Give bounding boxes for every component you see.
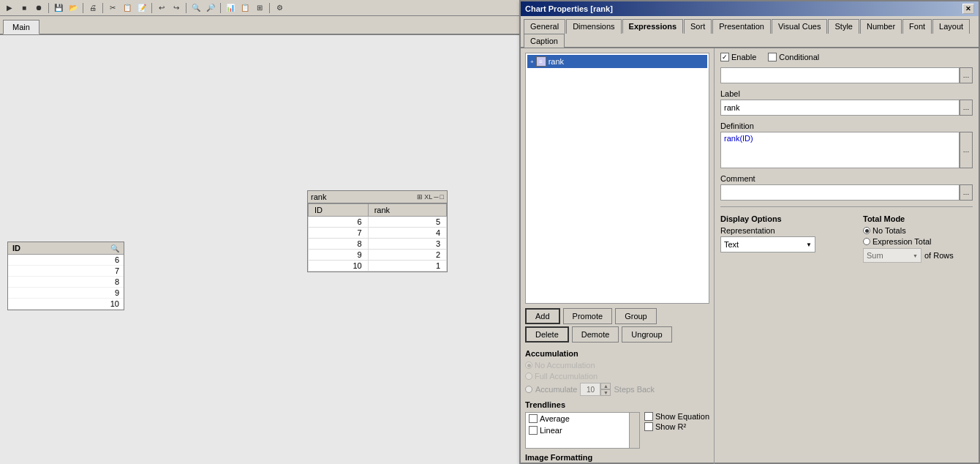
col-header-id: ID: [309, 204, 369, 217]
toolbar-btn-2[interactable]: ■: [18, 1, 31, 15]
expression-list-box: + ≡ rank: [525, 53, 709, 304]
comment-ellipsis-btn[interactable]: …: [960, 184, 973, 201]
rank-table-titlebar: rank ⊞ XL ─ □: [308, 191, 447, 203]
toolbar-sep-7: [269, 3, 270, 13]
steps-up-btn[interactable]: ▲: [600, 383, 611, 389]
tab-dimensions[interactable]: Dimensions: [566, 19, 621, 34]
dialog-close-button[interactable]: ✕: [962, 4, 974, 14]
representation-label: Representation: [720, 226, 857, 235]
toolbar-btn-redo[interactable]: ↪: [170, 1, 183, 15]
add-button[interactable]: Add: [525, 308, 560, 324]
dialog-titlebar: Chart Properties [rank] ✕: [521, 1, 979, 16]
no-totals-radio-label[interactable]: No Totals: [863, 226, 973, 235]
conditional-checkbox[interactable]: [768, 53, 777, 61]
enable-checkbox-label[interactable]: Enable: [720, 53, 756, 61]
id-list-search-icon[interactable]: 🔍: [110, 244, 119, 252]
sum-dropdown-arrow: ▼: [913, 253, 918, 258]
full-accumulation-radio[interactable]: [525, 373, 532, 380]
toolbar-btn-zoomout[interactable]: 🔎: [204, 1, 217, 15]
tab-general[interactable]: General: [524, 19, 565, 34]
toolbar-btn-5[interactable]: 📂: [67, 1, 80, 15]
two-col-section: Display Options Representation Text ▼ To…: [720, 212, 973, 266]
no-totals-radio[interactable]: [863, 227, 870, 234]
conditional-input[interactable]: [720, 67, 960, 83]
enable-checkbox[interactable]: [720, 53, 729, 61]
sum-select[interactable]: Sum ▼: [863, 248, 921, 263]
rank-table-close[interactable]: □: [440, 193, 444, 201]
full-accumulation-radio-label[interactable]: Full Accumulation: [525, 372, 709, 381]
toolbar-btn-settings[interactable]: ⚙: [273, 1, 286, 15]
steps-down-btn[interactable]: ▼: [600, 389, 611, 396]
toolbar-btn-zoomin[interactable]: 🔍: [189, 1, 203, 15]
toolbar-btn-grid[interactable]: ⊞: [253, 1, 266, 15]
toolbar-btn-table[interactable]: 📋: [238, 1, 252, 15]
list-item[interactable]: 7: [8, 266, 124, 277]
toolbar-btn-chart[interactable]: 📊: [224, 1, 237, 15]
steps-input[interactable]: [580, 383, 600, 396]
conditional-checkbox-label[interactable]: Conditional: [768, 53, 819, 61]
toolbar-btn-6[interactable]: 🖨: [86, 1, 99, 15]
toolbar-btn-3[interactable]: ⏺: [32, 1, 45, 15]
no-accumulation-radio[interactable]: [525, 362, 532, 369]
label-ellipsis-btn[interactable]: …: [960, 100, 973, 116]
tab-main[interactable]: Main: [3, 20, 39, 34]
list-item[interactable]: 10: [8, 299, 124, 310]
tab-expressions[interactable]: Expressions: [622, 19, 683, 34]
show-r2-checkbox[interactable]: [644, 422, 653, 431]
average-checkbox[interactable]: [529, 414, 538, 423]
id-list-label: ID: [12, 244, 20, 252]
rank-table-minimize[interactable]: ─: [434, 193, 438, 201]
label-input-row: …: [720, 100, 973, 116]
trendlines-content: Average Linear Show Equation: [525, 412, 709, 449]
ungroup-button[interactable]: Ungroup: [622, 326, 671, 343]
toolbar-btn-7[interactable]: ✂: [106, 1, 119, 15]
right-pane: Enable Conditional … Label … Definition: [715, 48, 979, 464]
linear-checkbox[interactable]: [529, 426, 538, 435]
expression-total-radio[interactable]: [863, 238, 870, 245]
comment-input[interactable]: [720, 184, 960, 201]
representation-select[interactable]: Text ▼: [720, 236, 815, 252]
total-mode-title: Total Mode: [863, 214, 973, 223]
toolbar-btn-4[interactable]: 💾: [52, 1, 65, 15]
tab-number[interactable]: Number: [860, 19, 902, 34]
expand-icon[interactable]: +: [530, 59, 534, 65]
linear-label: Linear: [540, 426, 562, 435]
steps-spinner-btns: ▲ ▼: [600, 383, 611, 396]
rank-table-controls: ⊞ XL ─ □: [417, 193, 444, 201]
toolbar-btn-1[interactable]: ▶: [3, 1, 16, 15]
demote-button[interactable]: Demote: [572, 326, 619, 343]
rank-table-icon[interactable]: ⊞: [417, 193, 423, 201]
delete-button[interactable]: Delete: [525, 326, 569, 343]
show-equation-checkbox[interactable]: [644, 412, 653, 421]
tab-presentation[interactable]: Presentation: [712, 19, 771, 34]
show-r2-row: Show R²: [644, 422, 709, 431]
show-options: Show Equation Show R²: [644, 412, 709, 449]
label-input[interactable]: [720, 100, 960, 116]
conditional-ellipsis-btn[interactable]: …: [960, 67, 973, 83]
of-rows-label: of Rows: [924, 251, 954, 260]
tab-caption[interactable]: Caption: [524, 34, 565, 48]
list-item[interactable]: 9: [8, 288, 124, 299]
list-item[interactable]: 6: [8, 255, 124, 266]
rank-table-expand[interactable]: XL: [424, 193, 432, 201]
tab-layout[interactable]: Layout: [932, 19, 970, 34]
tab-sort[interactable]: Sort: [684, 19, 712, 34]
accumulate-radio[interactable]: [525, 386, 532, 393]
list-item[interactable]: 8: [8, 277, 124, 288]
definition-textarea[interactable]: [720, 132, 960, 168]
toolbar-btn-8[interactable]: 📋: [121, 1, 134, 15]
tab-font[interactable]: Font: [902, 19, 932, 34]
promote-button[interactable]: Promote: [563, 308, 613, 324]
expression-total-radio-label[interactable]: Expression Total: [863, 237, 973, 246]
definition-ellipsis-btn[interactable]: …: [960, 132, 973, 168]
tab-visual-cues[interactable]: Visual Cues: [772, 19, 828, 34]
toolbar-btn-9[interactable]: 📝: [135, 1, 148, 15]
tab-style[interactable]: Style: [828, 19, 859, 34]
group-button[interactable]: Group: [615, 308, 657, 324]
toolbar-btn-undo[interactable]: ↩: [155, 1, 168, 15]
dialog-tabs: General Dimensions Expressions Sort Pres…: [521, 16, 979, 48]
no-accumulation-radio-label[interactable]: No Accumulation: [525, 361, 709, 370]
show-r2-label: Show R²: [655, 422, 686, 431]
expression-item-rank[interactable]: + ≡ rank: [527, 55, 707, 68]
expression-total-label: Expression Total: [872, 237, 932, 246]
